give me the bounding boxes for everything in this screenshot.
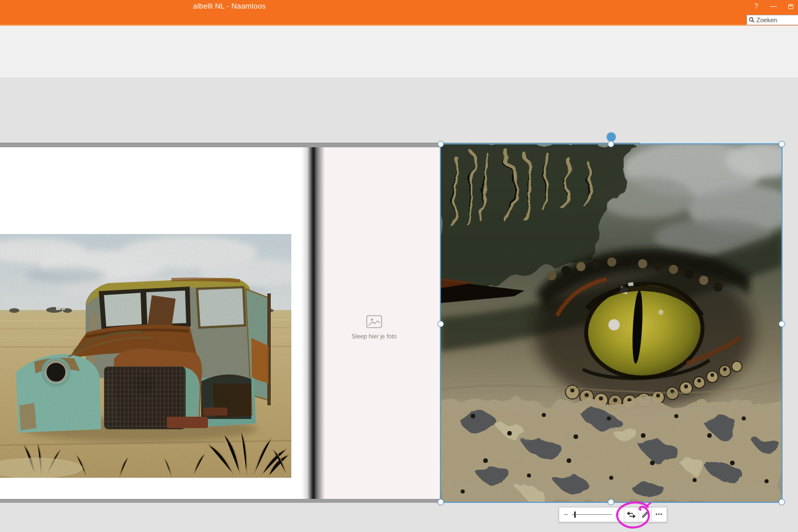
swap-horizontal-icon <box>627 511 636 518</box>
edit-photo-button[interactable] <box>638 507 651 522</box>
book-workspace: Sleep hier je foto <box>0 78 798 532</box>
search-icon <box>749 17 755 23</box>
resize-handle-middle-right[interactable] <box>779 321 785 327</box>
edit-pencil-icon <box>641 511 649 518</box>
rotate-handle[interactable] <box>607 132 616 142</box>
book-spine <box>302 147 324 499</box>
photo-zoom-slider[interactable] <box>572 507 612 522</box>
titlebar: albelli NL - Naamloos ? — <box>0 0 798 26</box>
ellipsis-icon: ••• <box>656 512 663 517</box>
minimize-button[interactable]: — <box>768 2 779 11</box>
help-button[interactable]: ? <box>751 2 761 11</box>
placeholder-label: Sleep hier je foto <box>334 333 414 340</box>
zoom-in-button[interactable]: + <box>615 511 619 518</box>
window-controls: ? — <box>751 1 796 11</box>
resize-handle-bottom-right[interactable] <box>779 499 785 505</box>
placed-photo-truck[interactable] <box>0 234 291 478</box>
photo-zoom-section: − + <box>559 507 624 522</box>
search-box[interactable] <box>747 15 798 25</box>
slider-thumb[interactable] <box>574 511 576 518</box>
resize-handle-bottom-middle[interactable] <box>608 499 614 505</box>
photo-drop-placeholder[interactable]: Sleep hier je foto <box>334 315 414 340</box>
restore-button[interactable] <box>785 2 796 11</box>
image-placeholder-icon <box>366 315 382 328</box>
resize-handle-top-left[interactable] <box>438 141 444 147</box>
ribbon-area <box>0 26 798 78</box>
resize-handle-middle-left[interactable] <box>438 321 444 327</box>
selected-photo-crocodile[interactable] <box>440 143 783 503</box>
window-title: albelli NL - Naamloos <box>193 2 266 10</box>
restore-icon <box>788 4 793 9</box>
more-options-button[interactable]: ••• <box>651 507 667 522</box>
search-input[interactable] <box>756 17 796 23</box>
resize-handle-bottom-left[interactable] <box>438 499 444 505</box>
resize-handle-top-middle[interactable] <box>608 141 614 147</box>
photo-toolbar: − + ••• <box>559 507 667 522</box>
zoom-out-button[interactable]: − <box>564 511 568 518</box>
slider-track[interactable] <box>572 514 612 515</box>
resize-handle-top-right[interactable] <box>779 141 785 147</box>
swap-photo-button[interactable] <box>624 507 638 522</box>
